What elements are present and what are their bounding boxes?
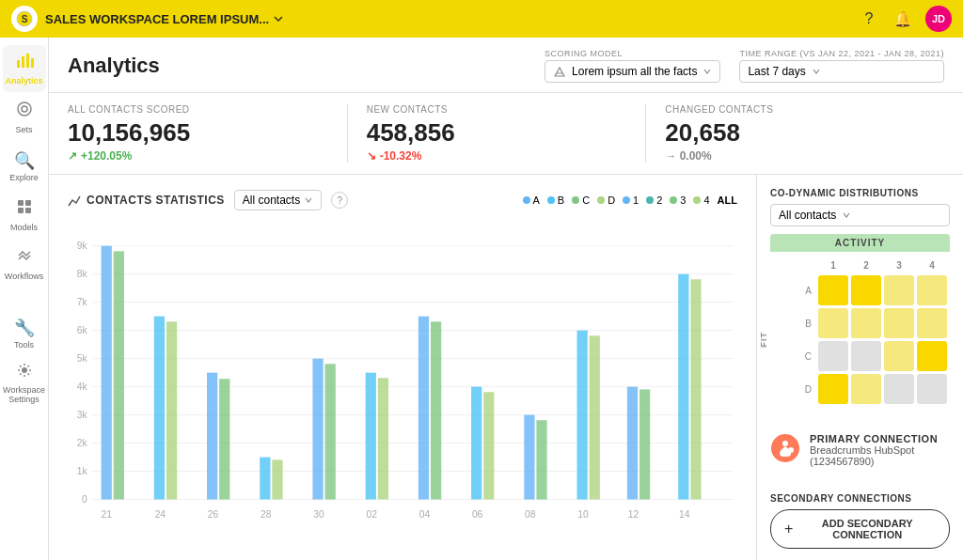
svg-rect-39 xyxy=(260,458,270,500)
body-split: CONTACTS STATISTICS All contacts ? A xyxy=(49,175,963,560)
sidebar-explore-label: Explore xyxy=(9,173,39,183)
grid-row-a: A xyxy=(773,275,947,305)
grid-col-2: 2 xyxy=(851,258,881,272)
grid-row-c: C xyxy=(773,341,947,371)
legend-dot-b xyxy=(547,196,555,204)
legend-item-4: 4 xyxy=(693,194,709,206)
sidebar-item-sets[interactable]: Sets xyxy=(3,94,46,141)
scoring-model-control: SCORING MODEL Lorem ipsum all the facts xyxy=(545,49,720,83)
grid-row-header-a: A xyxy=(773,275,815,305)
legend-item-c: C xyxy=(572,194,590,206)
help-icon[interactable]: ? xyxy=(858,8,880,30)
svg-rect-53 xyxy=(627,387,638,500)
stat-card-new-contacts: NEW CONTACTS 458,856 ↘ -10.32% xyxy=(367,104,647,163)
explore-icon: 🔍 xyxy=(14,150,35,171)
legend-dot-a xyxy=(523,196,530,204)
svg-rect-2 xyxy=(17,60,20,68)
avatar[interactable]: JD xyxy=(925,6,952,32)
svg-rect-8 xyxy=(25,200,31,206)
time-range-chevron-icon xyxy=(812,67,821,76)
sidebar-item-workspace-settings[interactable]: Workspace Settings xyxy=(3,359,46,406)
svg-point-70 xyxy=(782,441,788,446)
grid-col-1: 1 xyxy=(818,258,848,272)
stat-change-new-contacts: ↘ -10.32% xyxy=(367,149,627,163)
svg-rect-54 xyxy=(639,389,650,499)
workspace-settings-icon xyxy=(15,361,34,384)
svg-rect-52 xyxy=(590,335,600,499)
svg-point-71 xyxy=(788,447,794,453)
svg-rect-36 xyxy=(166,321,177,499)
distributions-title: CO-DYNAMIC DISTRIBUTIONS xyxy=(770,188,950,198)
sidebar-sets-label: Sets xyxy=(15,125,32,135)
workspace-name[interactable]: SALES WORKSPACE LOREM IPSUM... xyxy=(45,12,284,26)
models-icon xyxy=(15,197,34,221)
sidebar-models-label: Models xyxy=(10,223,38,233)
svg-text:6k: 6k xyxy=(77,325,88,335)
sidebar: Analytics Sets 🔍 Explore Models Workflow… xyxy=(0,38,49,560)
chart-help-icon[interactable]: ? xyxy=(331,192,348,209)
grid-cell-b4 xyxy=(917,308,947,338)
legend-dot-1 xyxy=(623,196,630,204)
svg-text:02: 02 xyxy=(366,509,377,520)
svg-text:9k: 9k xyxy=(77,241,88,251)
legend-item-a: A xyxy=(523,194,540,206)
svg-rect-40 xyxy=(272,459,282,499)
primary-connection-name: Breadcrumbs HubSpot xyxy=(810,444,938,456)
sidebar-item-explore[interactable]: 🔍 Explore xyxy=(3,143,46,190)
svg-rect-41 xyxy=(312,359,323,500)
workspace-dropdown-icon xyxy=(273,13,284,24)
sidebar-item-tools[interactable]: 🔧 Tools xyxy=(3,310,46,357)
down-arrow-icon: ↘ xyxy=(367,149,376,163)
legend-dot-2 xyxy=(646,196,654,204)
secondary-connections-title: SECONDARY CONNECTIONS xyxy=(770,493,950,504)
svg-rect-35 xyxy=(154,317,165,500)
sidebar-item-analytics[interactable]: Analytics xyxy=(3,45,46,92)
time-range-control: TIME RANGE (vs Jan 22, 2021 - Jan 28, 20… xyxy=(739,49,944,83)
sidebar-item-models[interactable]: Models xyxy=(3,192,46,239)
sidebar-analytics-label: Analytics xyxy=(5,76,42,86)
svg-text:24: 24 xyxy=(155,509,166,520)
main-content: Analytics SCORING MODEL Lorem ipsum all … xyxy=(49,38,963,560)
filter-chevron-icon xyxy=(304,195,313,205)
sidebar-item-workflows[interactable]: Workflows xyxy=(3,241,46,288)
svg-rect-55 xyxy=(678,274,688,500)
grid-cell-d4 xyxy=(917,374,947,404)
content-header: Analytics SCORING MODEL Lorem ipsum all … xyxy=(49,38,963,93)
grid-cell-d1 xyxy=(818,374,848,404)
dist-filter-select[interactable]: All contacts xyxy=(770,204,950,226)
stat-label-new-contacts: NEW CONTACTS xyxy=(367,104,627,115)
chevron-down-icon xyxy=(703,67,712,76)
svg-text:10: 10 xyxy=(577,509,589,520)
stat-label-changed-contacts: CHANGED CONTACTS xyxy=(665,104,925,115)
chart-title: CONTACTS STATISTICS xyxy=(68,194,225,207)
legend-dot-c xyxy=(572,196,579,204)
contacts-filter-select[interactable]: All contacts xyxy=(234,190,322,210)
stat-change-contacts-scored: ↗ +120.05% xyxy=(68,149,328,163)
svg-text:0: 0 xyxy=(82,494,87,505)
svg-text:2k: 2k xyxy=(77,438,88,448)
sidebar-workflows-label: Workflows xyxy=(5,272,43,282)
scoring-model-select[interactable]: Lorem ipsum all the facts xyxy=(545,60,720,83)
page-title: Analytics xyxy=(68,54,160,78)
bar-chart: 9k 8k 7k 6k 5k 4k 3k 2k 1k 0 xyxy=(68,222,737,541)
stat-value-changed-contacts: 20,658 xyxy=(665,118,925,148)
svg-text:30: 30 xyxy=(313,509,324,520)
legend-dot-3 xyxy=(670,196,677,204)
time-range-label: TIME RANGE (vs Jan 22, 2021 - Jan 28, 20… xyxy=(739,49,944,58)
svg-rect-5 xyxy=(31,58,34,68)
fit-axis-label: FIT xyxy=(759,332,768,348)
svg-point-6 xyxy=(18,102,31,116)
legend-dot-4 xyxy=(693,196,701,204)
activity-grid-wrapper: ACTIVITY 1 2 3 4 xyxy=(770,234,950,407)
svg-text:1k: 1k xyxy=(77,466,88,476)
stat-value-new-contacts: 458,856 xyxy=(367,118,627,148)
add-secondary-connection-button[interactable]: + ADD SECONDARY CONNECTION xyxy=(770,509,950,549)
sets-icon xyxy=(15,100,34,123)
primary-connection-section: PRIMARY CONNECTION Breadcrumbs HubSpot (… xyxy=(770,433,950,467)
notifications-icon[interactable]: 🔔 xyxy=(892,8,914,30)
svg-text:12: 12 xyxy=(628,509,639,520)
sidebar-tools-label: Tools xyxy=(14,340,34,350)
chart-header: CONTACTS STATISTICS All contacts ? A xyxy=(68,190,737,210)
time-range-select[interactable]: Last 7 days xyxy=(739,60,944,83)
activity-header: ACTIVITY xyxy=(770,234,950,252)
